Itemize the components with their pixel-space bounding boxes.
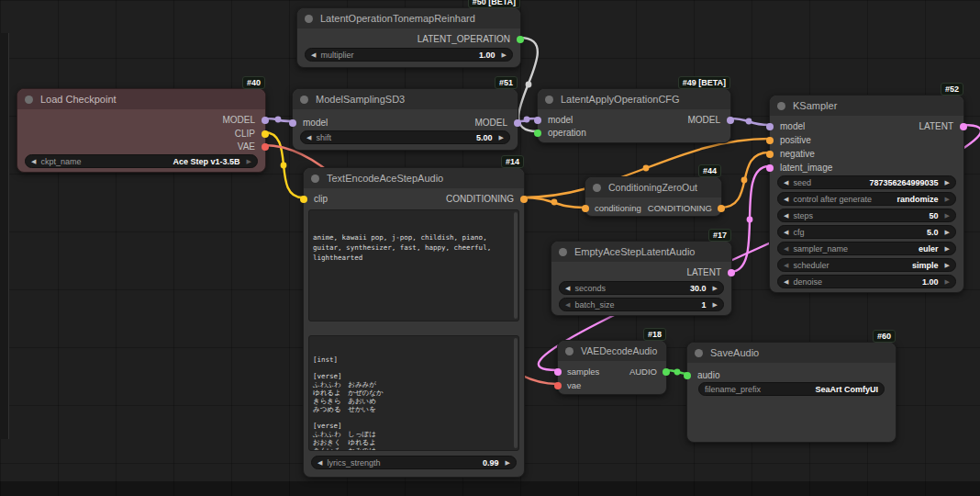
- decrement-arrow-icon[interactable]: ◀: [784, 229, 788, 236]
- increment-arrow-icon[interactable]: ▶: [713, 301, 718, 309]
- seconds-widget[interactable]: ◀ seconds 30.0 ▶: [559, 281, 724, 295]
- node-header[interactable]: LatentOperationTonemapReinhard: [297, 8, 520, 28]
- input-port-model[interactable]: [289, 119, 296, 127]
- lyrics-strength-widget[interactable]: ◀ lyrics_strength 0.99 ▶: [311, 456, 517, 469]
- node-header[interactable]: SaveAudio: [687, 343, 896, 363]
- node-id-badge: #49 [BETA]: [678, 76, 730, 89]
- decrement-arrow-icon[interactable]: ◀: [306, 134, 311, 141]
- input-port-samples[interactable]: [554, 368, 562, 376]
- decrement-arrow-icon[interactable]: ◀: [311, 51, 316, 59]
- increment-arrow-icon[interactable]: ▶: [945, 212, 950, 220]
- decrement-arrow-icon[interactable]: ◀: [565, 301, 570, 309]
- increment-arrow-icon[interactable]: ▶: [945, 229, 950, 236]
- collapse-dot[interactable]: [25, 96, 33, 104]
- collapse-dot[interactable]: [777, 102, 785, 110]
- input-port-vae[interactable]: [554, 382, 562, 389]
- collapse-dot[interactable]: [300, 96, 308, 104]
- node-header[interactable]: TextEncodeAceStepAudio: [304, 168, 524, 188]
- input-port-audio[interactable]: [684, 372, 691, 379]
- output-port-latent[interactable]: [960, 123, 967, 130]
- node-empty-ace-step-latent-audio[interactable]: #17 EmptyAceStepLatentAudio LATENT ◀ sec…: [551, 241, 732, 316]
- output-port-audio[interactable]: [663, 368, 670, 376]
- increment-arrow-icon[interactable]: ▶: [945, 278, 950, 286]
- node-header[interactable]: LatentApplyOperationCFG: [538, 89, 730, 109]
- increment-arrow-icon[interactable]: ▶: [945, 245, 950, 253]
- input-port-positive[interactable]: [766, 137, 774, 144]
- lyrics-textarea[interactable]: [inst] [verse] ふわふわ おみみが ゆれるよ かぜのなか きらきら…: [308, 335, 519, 451]
- node-ksampler[interactable]: #52 KSampler model LATENT positive negat…: [769, 95, 964, 293]
- output-port-model[interactable]: [262, 117, 269, 124]
- increment-arrow-icon[interactable]: ▶: [945, 262, 950, 269]
- node-header[interactable]: ModelSamplingSD3: [293, 89, 518, 109]
- seed-widget[interactable]: ◀ seed 787356264999035 ▶: [777, 175, 956, 189]
- input-port-operation[interactable]: [534, 130, 541, 137]
- node-model-sampling-sd3[interactable]: #51 ModelSamplingSD3 model MODEL ◀ shift…: [292, 88, 518, 151]
- increment-arrow-icon[interactable]: ▶: [247, 158, 251, 165]
- ckpt-name-widget[interactable]: ◀ ckpt_name Ace Step v1-3.5B ▶: [25, 154, 258, 168]
- shift-widget[interactable]: ◀ shift 5.00 ▶: [300, 130, 510, 144]
- collapse-dot[interactable]: [305, 15, 313, 23]
- node-save-audio[interactable]: #60 SaveAudio audio filename_prefix SeaA…: [686, 342, 896, 443]
- scheduler-widget[interactable]: ◀ scheduler simple ▶: [777, 258, 956, 272]
- textarea-scrollbar[interactable]: [514, 212, 518, 319]
- increment-arrow-icon[interactable]: ▶: [506, 459, 510, 467]
- output-port-latent-operation[interactable]: [517, 36, 524, 43]
- decrement-arrow-icon[interactable]: ◀: [784, 196, 788, 203]
- output-port-vae[interactable]: [262, 143, 269, 151]
- decrement-arrow-icon[interactable]: ◀: [784, 212, 788, 220]
- textarea-scrollbar[interactable]: [514, 338, 518, 448]
- node-header[interactable]: EmptyAceStepLatentAudio: [551, 242, 731, 262]
- increment-arrow-icon[interactable]: ▶: [713, 285, 718, 292]
- output-port-model[interactable]: [514, 119, 521, 127]
- input-port-negative[interactable]: [766, 151, 774, 158]
- output-port-latent[interactable]: [728, 269, 735, 276]
- increment-arrow-icon[interactable]: ▶: [945, 179, 950, 186]
- decrement-arrow-icon[interactable]: ◀: [565, 285, 570, 292]
- collapse-dot[interactable]: [565, 347, 574, 355]
- node-header[interactable]: ConditioningZeroOut: [585, 177, 721, 197]
- multiplier-widget[interactable]: ◀ multiplier 1.00 ▶: [305, 48, 513, 62]
- control-after-generate-widget[interactable]: ◀ control after generate randomize ▶: [777, 192, 956, 206]
- node-header[interactable]: Load Checkpoint: [17, 89, 265, 109]
- decrement-arrow-icon[interactable]: ◀: [317, 459, 322, 467]
- decrement-arrow-icon[interactable]: ◀: [784, 179, 788, 186]
- node-header[interactable]: KSampler: [770, 96, 963, 116]
- input-port-clip[interactable]: [300, 196, 307, 203]
- increment-arrow-icon[interactable]: ▶: [945, 196, 950, 203]
- steps-widget[interactable]: ◀ steps 50 ▶: [777, 209, 956, 222]
- wire-model-3: [729, 118, 769, 125]
- node-latent-apply-operation-cfg[interactable]: #49 [BETA] LatentApplyOperationCFG model…: [537, 88, 731, 143]
- decrement-arrow-icon[interactable]: ◀: [784, 245, 788, 253]
- collapse-dot[interactable]: [311, 175, 319, 183]
- node-vae-decode-audio[interactable]: #18 VAEDecodeAudio samples AUDIO vae: [557, 340, 667, 395]
- cfg-widget[interactable]: ◀ cfg 5.0 ▶: [777, 225, 956, 239]
- collapse-dot[interactable]: [545, 96, 553, 104]
- increment-arrow-icon[interactable]: ▶: [499, 134, 504, 141]
- input-port-conditioning[interactable]: [582, 205, 589, 212]
- collapse-dot[interactable]: [559, 248, 567, 256]
- node-header[interactable]: VAEDecodeAudio: [558, 341, 666, 361]
- sampler-name-widget[interactable]: ◀ sampler_name euler ▶: [777, 242, 956, 255]
- decrement-arrow-icon[interactable]: ◀: [31, 158, 36, 165]
- input-port-model[interactable]: [766, 123, 774, 130]
- input-port-latent-image[interactable]: [766, 164, 774, 172]
- filename-prefix-widget[interactable]: filename_prefix SeaArt ComfyUI: [698, 382, 885, 396]
- output-port-conditioning[interactable]: [718, 205, 725, 212]
- node-latent-operation-tonemap-reinhard[interactable]: #50 [BETA] LatentOperationTonemapReinhar…: [296, 7, 521, 68]
- collapse-dot[interactable]: [695, 349, 703, 357]
- input-port-model[interactable]: [534, 117, 541, 124]
- node-graph-canvas[interactable]: #50 [BETA] LatentOperationTonemapReinhar…: [0, 0, 980, 496]
- batch-size-widget[interactable]: ◀ batch_size 1 ▶: [559, 298, 724, 311]
- node-load-checkpoint[interactable]: #40 Load Checkpoint MODEL CLIP VAE ◀ ckp…: [17, 88, 266, 173]
- decrement-arrow-icon[interactable]: ◀: [784, 278, 788, 286]
- output-port-conditioning[interactable]: [520, 196, 528, 203]
- output-port-model[interactable]: [727, 117, 734, 124]
- tags-textarea[interactable]: anime, kawaii pop, j-pop, childish, pian…: [308, 209, 519, 321]
- collapse-dot[interactable]: [593, 184, 601, 192]
- increment-arrow-icon[interactable]: ▶: [502, 51, 507, 59]
- denoise-widget[interactable]: ◀ denoise 1.00 ▶: [777, 275, 956, 288]
- decrement-arrow-icon[interactable]: ◀: [784, 262, 788, 269]
- node-conditioning-zero-out[interactable]: #44 ConditioningZeroOut conditioning CON…: [585, 176, 722, 217]
- node-text-encode-ace-step-audio[interactable]: #14 TextEncodeAceStepAudio clip CONDITIO…: [303, 167, 525, 478]
- output-port-clip[interactable]: [262, 130, 269, 138]
